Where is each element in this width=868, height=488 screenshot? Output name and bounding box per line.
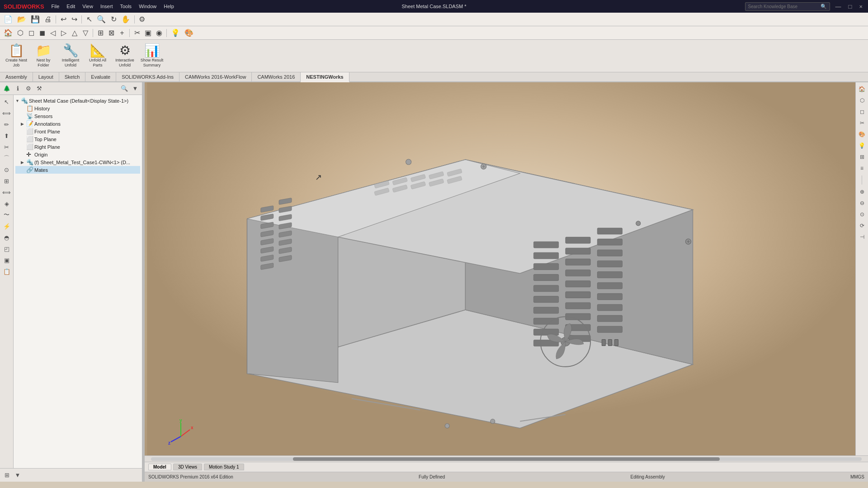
right-tool-8[interactable]: ≡ [857,163,867,173]
zoom-fit[interactable]: ⊞ [95,28,105,38]
maximize-button[interactable]: □ [847,3,854,10]
tree-item-sensors[interactable]: 📡Sensors [15,112,140,120]
right-tool-1[interactable]: 🏠 [857,84,867,94]
right-tool-6[interactable]: 💡 [857,141,867,151]
bottom-tab-model[interactable]: Model [148,464,171,470]
right-tool-10[interactable]: ⊖ [857,198,867,208]
section-view[interactable]: ✂ [132,28,142,38]
tree-item-annotations[interactable]: ▶📝Annotations [15,120,140,128]
filter-options-btn[interactable]: ▼ [130,84,140,94]
menu-help[interactable]: Help [160,3,178,10]
menu-insert[interactable]: Insert [97,3,117,10]
tree-item-mates[interactable]: 🔗Mates [15,166,140,174]
new-btn[interactable]: 📄 [2,14,14,24]
menu-view[interactable]: View [79,3,97,10]
bottom-tab-motion-study-1[interactable]: Motion Study 1 [204,464,244,470]
fillet-tool[interactable]: ⌒ [2,153,12,163]
table-tool[interactable]: 📋 [2,266,12,276]
right-tool-7[interactable]: ⊞ [857,152,867,162]
close-button[interactable]: × [857,3,864,10]
right-tool-11[interactable]: ⊙ [857,209,867,219]
tree-item-sheet-metal-case--default-disp[interactable]: ▼🔩Sheet Metal Case (Default<Display Stat… [15,97,140,104]
rotate-btn[interactable]: ↻ [108,14,118,24]
right-tool-3[interactable]: ◻ [857,107,867,117]
view-left[interactable]: ◁ [48,28,58,38]
weld-tool[interactable]: ⚡ [2,221,12,231]
minimize-button[interactable]: — [834,3,843,10]
cam-manager-btn[interactable]: ⚒ [34,84,44,94]
viewport[interactable]: ↗ x y z 🏠 ⬡ ◻ ✂ 🎨 💡 [145,82,868,455]
hole-tool[interactable]: ⊙ [2,165,12,175]
open-btn[interactable]: 📂 [15,14,28,24]
tree-item-history[interactable]: 📋History [15,104,140,112]
lights[interactable]: 💡 [169,28,182,38]
right-tool-2[interactable]: ⬡ [857,95,867,105]
search-input[interactable] [748,4,821,9]
feature-manager-btn[interactable]: 🌲 [2,84,12,94]
zoom-btn[interactable]: 🔍 [95,14,108,24]
surface-tool[interactable]: ◰ [2,244,12,254]
create-nest-job-button[interactable]: 📋Create Nest Job [4,42,29,71]
curves-tool[interactable]: 〜 [2,210,12,220]
menu-edit[interactable]: Edit [63,3,79,10]
menu-file[interactable]: File [48,3,63,10]
search-box[interactable]: 🔍 [745,2,830,11]
tree-item-origin[interactable]: ✛Origin [15,151,140,158]
right-tool-4[interactable]: ✂ [857,118,867,128]
undo-btn[interactable]: ↩ [58,14,68,24]
right-tool-5[interactable]: 🎨 [857,129,867,139]
select-tool[interactable]: ↖ [2,97,12,107]
tab-evaluate[interactable]: Evaluate [85,72,116,82]
property-manager-btn[interactable]: ℹ [13,84,23,94]
zoom-in[interactable]: + [117,28,127,38]
tab-assembly[interactable]: Assembly [0,72,33,82]
view-back[interactable]: ◼ [37,28,47,38]
zoom-area[interactable]: ⊠ [106,28,116,38]
ref-geom-tool[interactable]: ◈ [2,199,12,208]
redo-btn[interactable]: ↪ [69,14,79,24]
tab-nestingworks[interactable]: NESTINGWorks [301,72,349,82]
scroll-thumb[interactable] [293,457,719,461]
tree-item--f--sheet-metal-test-case1-cwn[interactable]: ▶🔩(f) Sheet_Metal_Test_Case1-CWN<1> (D..… [15,158,140,166]
tab-camworks-2016[interactable]: CAMWorks 2016 [252,72,301,82]
view-bottom[interactable]: ▽ [80,28,90,38]
tree-item-front-plane[interactable]: ⬜Front Plane [15,128,140,135]
filter-btn[interactable]: 🔍 [119,84,129,94]
show-result-summary-button[interactable]: 📊Show Result Summary [139,42,165,71]
unfold-all-parts-button[interactable]: 📐Unfold All Parts [85,42,110,71]
menu-tools[interactable]: Tools [116,3,135,10]
interactive-unfold-button[interactable]: ⚙Interactive Unfold [112,42,137,71]
view-right[interactable]: ▷ [59,28,69,38]
view-front[interactable]: ◻ [26,28,36,38]
right-tool-13[interactable]: ⊣ [857,232,867,242]
tab-solidworks-add-ins[interactable]: SOLIDWORKS Add-Ins [116,72,179,82]
right-tool-12[interactable]: ⟳ [857,221,867,231]
view-top[interactable]: △ [70,28,80,38]
pattern-tool[interactable]: ⊞ [2,176,12,186]
mirror-tool[interactable]: ⟺ [2,187,12,197]
mold-tool[interactable]: ◓ [2,232,12,242]
shaded[interactable]: ◉ [154,28,164,38]
sketch-tool[interactable]: ✏ [2,119,12,129]
extrude-tool[interactable]: ⬆ [2,131,12,141]
tab-sketch[interactable]: Sketch [59,72,86,82]
wireframe[interactable]: ▣ [143,28,153,38]
options-btn[interactable]: ⚙ [137,14,147,24]
config-manager-btn[interactable]: ⚙ [24,84,33,94]
bottom-tab-3d-views[interactable]: 3D Views [173,464,202,470]
tab-camworks-2016-workflow[interactable]: CAMWorks 2016-WorkFlow [179,72,252,82]
right-tool-9[interactable]: ⊕ [857,187,867,197]
appearances[interactable]: 🎨 [183,28,195,38]
cut-tool[interactable]: ✂ [2,142,12,152]
tree-item-right-plane[interactable]: ⬜Right Plane [15,143,140,151]
tree-item-top-plane[interactable]: ⬜Top Plane [15,135,140,143]
pan-btn[interactable]: ✋ [119,14,132,24]
intelligent-unfold-button[interactable]: 🔧Intelligent Unfold [58,42,83,71]
view-iso[interactable]: ⬡ [15,28,25,38]
view-home[interactable]: 🏠 [2,28,14,38]
menu-window[interactable]: Window [135,3,160,10]
smart-dim-tool[interactable]: ⟺ [2,108,12,118]
left-bottom-2[interactable]: ▼ [13,470,23,480]
save-btn[interactable]: 💾 [29,14,42,24]
sheet-metal-tool[interactable]: ▣ [2,255,12,265]
